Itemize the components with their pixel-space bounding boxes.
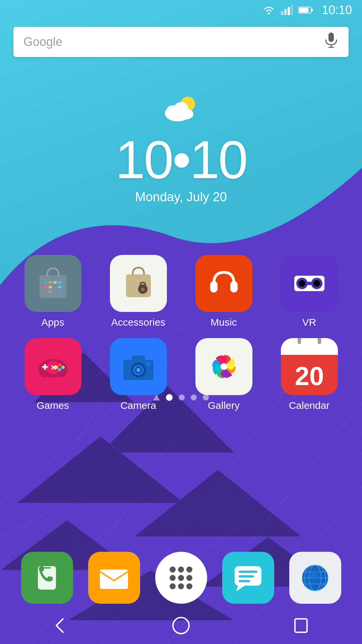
svg-rect-83	[298, 338, 301, 344]
svg-point-65	[61, 366, 65, 369]
svg-rect-45	[58, 286, 61, 288]
svg-rect-47	[49, 290, 52, 293]
app-label-games: Games	[37, 400, 69, 411]
app-label-accessories: Accessories	[111, 317, 166, 328]
svg-rect-43	[49, 286, 52, 288]
svg-rect-107	[295, 619, 307, 632]
app-item-apps[interactable]: Apps	[13, 255, 92, 328]
svg-rect-50	[141, 288, 144, 291]
dock-icon-phone	[21, 552, 73, 604]
svg-point-88	[186, 567, 192, 573]
app-icon-vr	[281, 255, 338, 312]
svg-rect-56	[308, 282, 311, 285]
signal-icon	[281, 5, 293, 15]
page-dot-triangle	[153, 394, 160, 400]
app-icon-camera	[110, 338, 167, 395]
svg-rect-39	[49, 281, 52, 284]
svg-rect-84	[318, 338, 321, 344]
nav-bar	[0, 607, 362, 644]
svg-rect-40	[53, 281, 57, 284]
dock-icon-browser	[289, 552, 341, 604]
recents-button[interactable]	[288, 612, 315, 639]
svg-point-36	[179, 109, 193, 119]
dock-item-phone[interactable]	[21, 552, 73, 604]
dock-item-launcher[interactable]	[155, 552, 207, 604]
svg-point-86	[170, 567, 176, 573]
svg-rect-81	[281, 346, 338, 355]
app-item-accessories[interactable]: Accessories	[99, 255, 178, 328]
svg-rect-76	[146, 362, 151, 366]
app-label-music: Music	[210, 317, 237, 328]
svg-point-93	[178, 583, 184, 589]
app-icon-accessories	[110, 255, 167, 312]
page-dot-2[interactable]	[179, 394, 185, 400]
clock-date: Monday, July 20	[135, 190, 227, 204]
app-icon-music	[195, 255, 252, 312]
svg-rect-22	[281, 11, 283, 15]
svg-point-92	[170, 583, 176, 589]
svg-point-94	[186, 583, 192, 589]
page-dot-4[interactable]	[203, 394, 209, 400]
svg-point-57	[299, 280, 305, 287]
svg-point-90	[178, 575, 184, 581]
app-item-music[interactable]: Music	[184, 255, 263, 328]
svg-point-67	[55, 366, 58, 369]
app-icon-apps	[24, 255, 81, 312]
back-button[interactable]	[47, 612, 74, 639]
svg-rect-37	[40, 275, 66, 298]
svg-rect-27	[311, 9, 313, 11]
app-icon-calendar: 20	[281, 338, 338, 395]
svg-point-91	[186, 575, 192, 581]
svg-point-66	[58, 368, 61, 371]
battery-icon	[298, 6, 313, 14]
status-icons: 10:10	[262, 3, 352, 17]
page-dots	[0, 394, 362, 401]
app-icon-games: ✕	[24, 338, 81, 395]
svg-rect-69	[44, 364, 46, 370]
status-bar: 10:10	[0, 0, 362, 20]
app-icon-gallery	[195, 338, 252, 395]
svg-rect-96	[239, 571, 257, 573]
clock-time: 10•10	[115, 133, 247, 186]
dock-item-chat[interactable]	[222, 552, 274, 604]
dock-icon-messages	[88, 552, 140, 604]
home-button[interactable]	[168, 612, 194, 639]
svg-rect-98	[239, 580, 250, 582]
svg-point-87	[178, 567, 184, 573]
dock-icon-chat	[222, 552, 274, 604]
app-label-gallery: Gallery	[208, 400, 240, 411]
svg-rect-38	[44, 281, 47, 284]
app-label-camera: Camera	[120, 400, 156, 411]
google-search-bar[interactable]: Google	[13, 27, 349, 57]
app-item-vr[interactable]: VR	[270, 255, 349, 328]
svg-rect-44	[53, 286, 57, 288]
svg-rect-41	[58, 281, 61, 284]
dock-item-browser[interactable]	[289, 552, 341, 604]
svg-rect-29	[328, 33, 334, 42]
svg-point-75	[136, 368, 140, 372]
page-dot-3[interactable]	[191, 394, 197, 400]
dock-item-messages[interactable]	[88, 552, 140, 604]
svg-point-58	[313, 280, 320, 287]
mic-icon[interactable]	[324, 32, 339, 52]
svg-rect-97	[239, 575, 254, 578]
page-dot-1-active[interactable]	[166, 394, 173, 401]
svg-point-77	[221, 363, 227, 370]
svg-rect-51	[210, 281, 218, 292]
dock-icon-launcher	[155, 552, 207, 604]
app-label-calendar: Calendar	[289, 400, 330, 411]
svg-rect-42	[44, 286, 47, 288]
svg-point-64	[58, 363, 61, 367]
svg-point-21	[268, 12, 270, 14]
weather-icon	[161, 94, 201, 129]
dock	[0, 552, 362, 604]
svg-point-89	[170, 575, 176, 581]
svg-rect-71	[132, 356, 145, 362]
app-label-apps: Apps	[41, 317, 64, 328]
wifi-icon	[262, 5, 276, 15]
svg-rect-23	[284, 9, 287, 15]
svg-rect-52	[230, 281, 238, 292]
svg-rect-25	[291, 5, 293, 15]
svg-rect-85	[100, 570, 128, 589]
svg-rect-46	[44, 290, 47, 293]
